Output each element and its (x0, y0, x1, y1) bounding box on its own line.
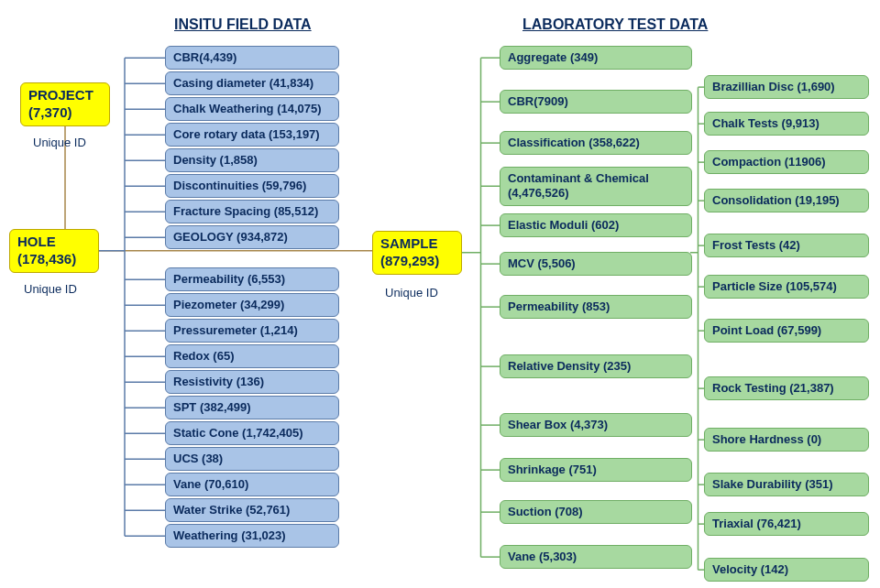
lab1-item-4: Elastic Moduli (602) (500, 213, 692, 237)
field-item-3: Core rotary data (153,197) (165, 123, 339, 147)
lab1-item-8: Shear Box (4,373) (500, 413, 692, 437)
lab2-item-5: Particle Size (105,574) (704, 275, 869, 299)
lab1-item-6: Permeability (853) (500, 295, 692, 319)
lab2-item-9: Slake Durability (351) (704, 473, 869, 496)
field-item-0: CBR(4,439) (165, 46, 339, 70)
caption-hole: Unique ID (24, 282, 77, 296)
field-item-4: Density (1,858) (165, 148, 339, 172)
field-item-7: GEOLOGY (934,872) (165, 225, 339, 249)
field-item-15: UCS (38) (165, 447, 339, 471)
lab2-item-7: Rock Testing (21,387) (704, 376, 869, 400)
lab2-item-4: Frost Tests (42) (704, 234, 869, 257)
field-item-14: Static Cone (1,742,405) (165, 421, 339, 445)
field-item-5: Discontinuities (59,796) (165, 174, 339, 198)
field-item-17: Water Strike (52,761) (165, 498, 339, 522)
caption-project: Unique ID (33, 136, 86, 149)
lab1-item-7: Relative Density (235) (500, 354, 692, 378)
field-item-1: Casing diameter (41,834) (165, 71, 339, 95)
lab1-item-2: Classification (358,622) (500, 131, 692, 155)
caption-sample: Unique ID (385, 286, 438, 299)
lab2-item-2: Compaction (11906) (704, 150, 869, 174)
lab1-item-11: Vane (5,303) (500, 545, 692, 569)
field-item-13: SPT (382,499) (165, 396, 339, 419)
field-item-10: Pressuremeter (1,214) (165, 319, 339, 343)
node-hole: HOLE (178,436) (9, 229, 99, 273)
lab2-item-1: Chalk Tests (9,913) (704, 112, 869, 136)
header-field: INSITU FIELD DATA (174, 16, 312, 33)
field-item-16: Vane (70,610) (165, 473, 339, 496)
lab1-item-1: CBR(7909) (500, 90, 692, 114)
field-item-2: Chalk Weathering (14,075) (165, 97, 339, 121)
header-lab: LABORATORY TEST DATA (522, 16, 708, 33)
field-item-12: Resistivity (136) (165, 370, 339, 394)
lab1-item-9: Shrinkage (751) (500, 458, 692, 482)
lab1-item-5: MCV (5,506) (500, 252, 692, 276)
field-item-11: Redox (65) (165, 344, 339, 368)
field-item-8: Permeability (6,553) (165, 267, 339, 291)
field-item-18: Weathering (31,023) (165, 524, 339, 548)
diagram-stage: INSITU FIELD DATA LABORATORY TEST DATA P… (0, 0, 880, 588)
lab2-item-11: Velocity (142) (704, 558, 869, 582)
lab2-item-10: Triaxial (76,421) (704, 512, 869, 536)
lab2-item-8: Shore Hardness (0) (704, 428, 869, 452)
node-project: PROJECT (7,370) (20, 82, 110, 126)
field-item-9: Piezometer (34,299) (165, 293, 339, 317)
lab2-item-0: Brazillian Disc (1,690) (704, 75, 869, 99)
node-sample: SAMPLE (879,293) (372, 231, 462, 275)
lab1-item-3: Contaminant & Chemical (4,476,526) (500, 167, 692, 206)
lab1-item-10: Suction (708) (500, 500, 692, 524)
lab2-item-6: Point Load (67,599) (704, 319, 869, 343)
lab2-item-3: Consolidation (19,195) (704, 189, 869, 212)
field-item-6: Fracture Spacing (85,512) (165, 200, 339, 223)
lab1-item-0: Aggregate (349) (500, 46, 692, 70)
